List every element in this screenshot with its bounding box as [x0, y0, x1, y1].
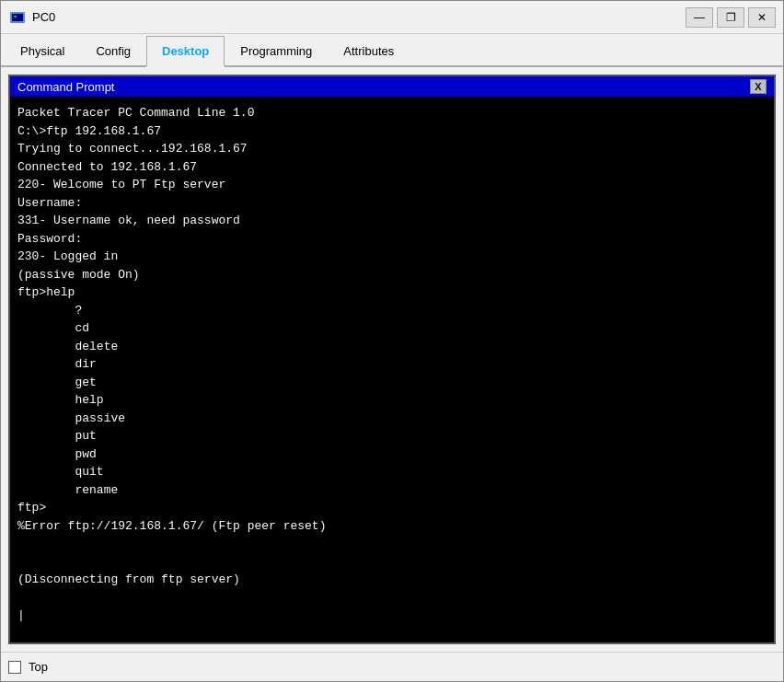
tab-bar: Physical Config Desktop Programming Attr…	[1, 34, 783, 67]
title-bar-left: PC0	[8, 8, 55, 27]
title-bar: PC0 — ❐ ✕	[1, 1, 783, 34]
top-checkbox[interactable]	[8, 661, 21, 674]
title-bar-controls: — ❐ ✕	[686, 7, 776, 28]
cmd-body[interactable]: Packet Tracer PC Command Line 1.0 C:\>ft…	[10, 97, 774, 642]
svg-rect-2	[14, 16, 17, 17]
window-icon	[8, 8, 27, 27]
tab-desktop[interactable]: Desktop	[146, 36, 225, 67]
window-title: PC0	[32, 10, 55, 24]
command-prompt-window: Command Prompt X Packet Tracer PC Comman…	[8, 75, 776, 644]
cmd-title-bar: Command Prompt X	[10, 76, 774, 97]
main-content: Command Prompt X Packet Tracer PC Comman…	[1, 67, 783, 652]
top-label: Top	[29, 660, 48, 674]
tab-attributes[interactable]: Attributes	[328, 36, 409, 67]
main-window: PC0 — ❐ ✕ Physical Config Desktop Progra…	[0, 0, 784, 682]
svg-rect-1	[12, 14, 23, 21]
cmd-title-text: Command Prompt	[17, 80, 114, 94]
minimize-button[interactable]: —	[686, 7, 713, 28]
maximize-button[interactable]: ❐	[717, 7, 744, 28]
bottom-bar: Top	[1, 652, 783, 681]
tab-physical[interactable]: Physical	[5, 36, 80, 67]
cmd-close-button[interactable]: X	[750, 79, 767, 94]
tab-programming[interactable]: Programming	[225, 36, 328, 67]
tab-config[interactable]: Config	[80, 36, 146, 67]
close-button[interactable]: ✕	[748, 7, 776, 28]
cursor	[17, 608, 25, 622]
